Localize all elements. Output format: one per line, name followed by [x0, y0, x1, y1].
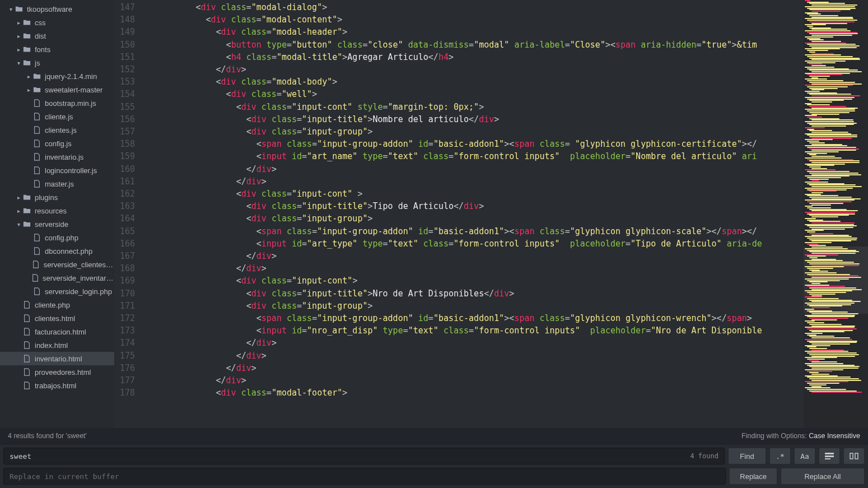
- code-line[interactable]: <button type="button" class="close" data…: [145, 39, 804, 51]
- code-line[interactable]: <div class="input-title">Tipo de Articul…: [145, 200, 804, 212]
- code-line[interactable]: <input id="nro_art_disp" type="text" cla…: [145, 324, 804, 337]
- file-item[interactable]: trabajos.html: [0, 379, 114, 392]
- line-number: 178: [120, 387, 135, 399]
- code-line[interactable]: <div class="input-group">: [145, 212, 804, 225]
- code-line[interactable]: <div class="input-title">Nro de Art Disp…: [145, 287, 804, 300]
- find-input[interactable]: sweet 4 found: [3, 448, 725, 464]
- folder-item[interactable]: ▸dist: [0, 29, 114, 43]
- file-item[interactable]: cliente.php: [0, 298, 114, 312]
- file-item[interactable]: logincontroller.js: [0, 164, 114, 177]
- chevron-icon: [25, 262, 32, 268]
- find-button[interactable]: Find: [728, 448, 766, 464]
- file-item[interactable]: bootstrap.min.js: [0, 96, 114, 110]
- folder-item[interactable]: ▾serverside: [0, 217, 114, 231]
- file-icon: [32, 152, 41, 161]
- code-line[interactable]: <span class="input-group-addon" id="basi…: [145, 312, 804, 324]
- folder-item[interactable]: ▸fonts: [0, 43, 114, 56]
- file-icon: [32, 99, 41, 108]
- code-line[interactable]: <div class="input-title">Nombre del arti…: [145, 113, 804, 126]
- code-line[interactable]: </div>: [145, 63, 804, 76]
- code-line[interactable]: <div class="modal-content">: [145, 13, 804, 26]
- code-line[interactable]: </div>: [145, 362, 804, 374]
- code-line[interactable]: <span class="input-group-addon" id="basi…: [145, 225, 804, 238]
- selection-option-button[interactable]: [819, 448, 840, 464]
- chevron-icon: ▾: [7, 6, 15, 12]
- code-line[interactable]: <div class="input-group">: [145, 126, 804, 138]
- tree-item-label: proveedores.html: [35, 368, 91, 377]
- whole-word-option-button[interactable]: [843, 448, 865, 464]
- code-line[interactable]: <div class="modal-dialog">: [145, 1, 804, 13]
- file-tree[interactable]: ▾tkoopsoftware▸css▸dist▸fonts▾js▸jquery-…: [0, 0, 114, 428]
- folder-icon: [15, 4, 24, 13]
- file-item[interactable]: clientes.js: [0, 123, 114, 137]
- line-number: 161: [120, 175, 135, 188]
- svg-rect-0: [825, 453, 834, 454]
- code-line[interactable]: <div class="input-group">: [145, 300, 804, 312]
- code-line[interactable]: <div class="well">: [145, 88, 804, 100]
- code-line[interactable]: </div>: [145, 350, 804, 362]
- code-line[interactable]: </div>: [145, 337, 804, 349]
- line-number: 163: [120, 200, 135, 212]
- file-icon: [32, 287, 41, 296]
- folder-item[interactable]: ▸plugins: [0, 190, 114, 204]
- code-line[interactable]: </div>: [145, 250, 804, 262]
- code-line[interactable]: <div class="modal-footer">: [145, 387, 804, 399]
- code-line[interactable]: <input id="art_name" type="text" class="…: [145, 150, 804, 162]
- file-item[interactable]: serverside_clientes.php: [0, 258, 114, 271]
- file-item[interactable]: dbconnect.php: [0, 244, 114, 258]
- regex-option-button[interactable]: .*: [769, 448, 791, 464]
- replace-all-button[interactable]: Replace All: [781, 468, 865, 485]
- case-option-button[interactable]: Aa: [794, 448, 815, 464]
- svg-rect-1: [825, 456, 834, 457]
- tree-item-label: cliente.js: [45, 113, 73, 121]
- file-item[interactable]: serverside_login.php: [0, 285, 114, 298]
- file-item[interactable]: serverside_inventario.php: [0, 271, 114, 285]
- line-number: 149: [120, 26, 135, 38]
- chevron-icon: ▾: [15, 221, 22, 227]
- folder-icon: [22, 206, 31, 215]
- replace-input[interactable]: Replace in current buffer: [3, 468, 726, 485]
- tree-item-label: js: [35, 59, 40, 67]
- code-line[interactable]: </div>: [145, 262, 804, 275]
- minimap[interactable]: [804, 0, 868, 428]
- file-item[interactable]: index.html: [0, 338, 114, 352]
- file-item[interactable]: inventario.html: [0, 352, 114, 365]
- code-content[interactable]: <div class="modal-dialog"> <div class="m…: [143, 0, 804, 428]
- code-line[interactable]: </div>: [145, 374, 804, 387]
- folder-item[interactable]: ▸sweetalert-master: [0, 83, 114, 96]
- line-number: 156: [120, 113, 135, 126]
- file-item[interactable]: proveedores.html: [0, 365, 114, 379]
- folder-item[interactable]: ▸css: [0, 16, 114, 29]
- code-line[interactable]: </div>: [145, 163, 804, 175]
- folder-item[interactable]: ▾js: [0, 56, 114, 69]
- file-item[interactable]: config.php: [0, 231, 114, 244]
- code-editor[interactable]: 1471481491501511521531541551561571581591…: [114, 0, 868, 428]
- code-line[interactable]: <input id="art_type" type="text" class="…: [145, 238, 804, 250]
- code-line[interactable]: <h4 class="modal-title">Agregar Articulo…: [145, 51, 804, 63]
- line-number: 173: [120, 324, 135, 337]
- code-line[interactable]: <div class="modal-header">: [145, 26, 804, 38]
- folder-item[interactable]: ▾tkoopsoftware: [0, 2, 114, 16]
- file-item[interactable]: facturacion.html: [0, 325, 114, 338]
- code-line[interactable]: <div class="input-cont" style="margin-to…: [145, 101, 804, 113]
- code-line[interactable]: </div>: [145, 175, 804, 188]
- tree-item-label: plugins: [35, 193, 58, 202]
- code-line[interactable]: <span class="input-group-addon" id="basi…: [145, 138, 804, 150]
- replace-button[interactable]: Replace: [729, 468, 777, 485]
- file-item[interactable]: inventario.js: [0, 150, 114, 164]
- file-item[interactable]: cliente.js: [0, 110, 114, 123]
- folder-item[interactable]: ▸jquery-2.1.4.min: [0, 69, 114, 83]
- file-item[interactable]: config.js: [0, 137, 114, 150]
- line-number: 147: [120, 1, 135, 13]
- folder-item[interactable]: ▸resources: [0, 204, 114, 217]
- code-line[interactable]: <div class="input-cont" >: [145, 188, 804, 200]
- tree-item-label: inventario.html: [35, 355, 82, 363]
- file-item[interactable]: master.js: [0, 177, 114, 190]
- tree-item-label: cliente.php: [35, 301, 70, 309]
- find-replace-panel[interactable]: sweet 4 found Find .* Aa Replace in curr…: [0, 444, 868, 488]
- code-line[interactable]: <div class="modal-body">: [145, 76, 804, 88]
- line-number: 157: [120, 126, 135, 138]
- code-line[interactable]: <div class="input-cont">: [145, 275, 804, 287]
- file-item[interactable]: clientes.html: [0, 312, 114, 325]
- line-number: 171: [120, 300, 135, 312]
